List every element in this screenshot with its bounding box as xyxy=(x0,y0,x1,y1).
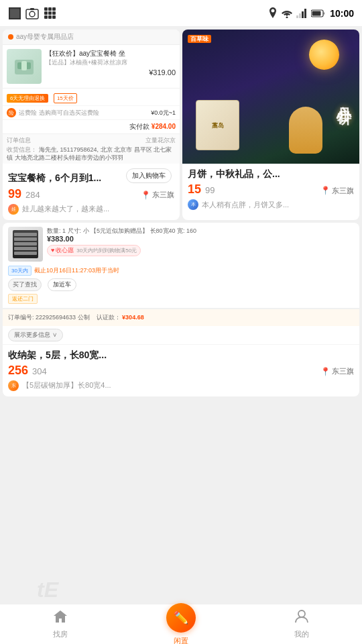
order-price-tag: ¥383.00 xyxy=(47,235,354,243)
brand-overlay: 百草味 xyxy=(188,35,211,44)
storage-card-desc: 【5层碳钢加厚】长80宽4... xyxy=(22,380,111,390)
storage-card: 数量: 1 尺寸: 小 【5元近似加购赠品】 长80宽40 宽: 160 ¥38… xyxy=(3,223,359,396)
storage-order-detail: 数量: 1 尺寸: 小 【5元近似加购赠品】 长80宽40 宽: 160 ¥38… xyxy=(3,223,359,309)
left-listing-title: 宝宝餐椅，6个月到1... xyxy=(8,172,122,184)
storage-avatar-label: 东 xyxy=(11,382,16,389)
svg-rect-6 xyxy=(302,11,304,18)
right-price-row: 15 99 📍 东三旗 xyxy=(188,182,354,197)
svg-point-14 xyxy=(298,610,305,617)
bottom-nav: 找房 ✏️ 闲置 我的 xyxy=(0,604,362,644)
free-delivery-tag: 返还二门 xyxy=(8,294,38,304)
nav-home-label: 找房 xyxy=(53,629,68,639)
tag-btn-1[interactable]: 买了查找 xyxy=(8,278,42,291)
left-card-meta: 娃 娃儿越来越大了，越来越... xyxy=(8,204,174,215)
action-row: 买了查找 加近车 xyxy=(8,278,354,291)
tag-days: 6天无理由退换 xyxy=(7,94,48,103)
nav-idle-label: 闲置 xyxy=(174,636,188,645)
show-more-button[interactable]: 展示更多信息 ∨ xyxy=(8,329,63,341)
svg-point-1 xyxy=(29,11,35,17)
battery-icon xyxy=(311,9,326,17)
right-card-meta: 本 本人稍有点胖，月饼又多... xyxy=(188,199,354,210)
status-bar-right: 10:00 xyxy=(268,7,354,19)
countdown-badge: 30天内 xyxy=(8,266,32,276)
image-card-right: 百草味 心月饼 月饼，中秋礼品，公... 15 99 📍 东三旗 xyxy=(182,30,359,220)
heart-icon: ♥ xyxy=(51,247,54,254)
storage-thumb xyxy=(8,227,43,262)
clock-time: 10:00 xyxy=(330,8,354,19)
order-tag-row: 6天无理由退换 15天价 xyxy=(3,89,180,105)
mooncake-box xyxy=(196,100,239,150)
location-pin-icon: 📍 xyxy=(141,191,151,200)
order-item-info: 【狂欢价】aay宝宝餐椅 坐 【近品】冰柚燕+橡荷冰丝凉席 ¥319.00 xyxy=(46,49,176,84)
left-price-row: 99 284 📍 东三旗 xyxy=(8,187,174,201)
left-avatar-label: 娃 xyxy=(11,206,16,213)
photo-icon[interactable] xyxy=(25,7,39,20)
storage-price-orig: 304 xyxy=(32,366,47,376)
svg-rect-4 xyxy=(296,15,298,18)
right-location-pin-icon: 📍 xyxy=(320,186,330,195)
order-item-desc: 【近品】冰柚燕+橡荷冰丝凉席 xyxy=(46,59,176,67)
storage-price-main: 256 xyxy=(8,364,28,378)
svg-point-3 xyxy=(286,16,288,18)
order-item-price: ¥319.00 xyxy=(46,68,176,76)
add-cart-btn2[interactable]: 加近车 xyxy=(48,278,76,291)
svg-rect-13 xyxy=(21,61,27,70)
order-item-row: 【狂欢价】aay宝宝餐椅 坐 【近品】冰柚燕+橡荷冰丝凉席 ¥319.00 xyxy=(3,45,180,89)
nav-item-idle[interactable]: ✏️ 闲置 xyxy=(121,603,241,645)
nav-item-home[interactable]: 找房 xyxy=(0,609,121,639)
wishlist-text: 收心愿 xyxy=(56,246,74,255)
show-more-row: 展示更多信息 ∨ xyxy=(3,326,359,344)
tag-days2: 15天价 xyxy=(54,93,77,103)
location-icon xyxy=(268,7,278,19)
right-price-main: 15 xyxy=(188,182,201,197)
order-total-row: 实付款 ¥284.00 xyxy=(3,119,180,133)
home-icon xyxy=(52,609,68,627)
order-num-row: 订单编号: 222925694633 公制 认证款： ¥304.68 xyxy=(3,309,359,326)
order-info-label: 订单信息 xyxy=(7,136,31,145)
main-content: aay母婴专属用品店 【狂 xyxy=(0,27,362,604)
countdown-row: 30天内 截止10月16日11:27:03用于当时 xyxy=(8,266,354,276)
signal-icon xyxy=(296,9,307,18)
nav-center-btn[interactable]: ✏️ xyxy=(166,603,196,633)
svg-rect-9 xyxy=(312,11,321,15)
storage-price-row: 256 304 📍 东三旗 xyxy=(8,364,354,378)
right-location: 📍 东三旗 xyxy=(320,186,354,196)
order-shipping-row: 险 运费险 选购商可自选买运费险 ¥0.0元~1 xyxy=(3,105,180,119)
character-figure xyxy=(289,107,322,154)
right-avatar-label: 本 xyxy=(191,201,196,208)
svg-rect-5 xyxy=(299,13,301,18)
storage-location-pin-icon: 📍 xyxy=(320,367,330,376)
order-item-title: 【狂欢价】aay宝宝餐椅 坐 xyxy=(46,49,176,58)
right-listing-info: 月饼，中秋礼品，公... 15 99 📍 东三旗 本 本人稍有点胖，月饼 xyxy=(182,164,359,213)
brand-label: 百草味 xyxy=(188,35,211,43)
grid-icon[interactable] xyxy=(43,7,56,20)
left-avatar: 娃 xyxy=(8,204,19,215)
top-row: aay母婴专属用品店 【狂 xyxy=(0,27,362,221)
wishlist-tag: ♥ 收心愿 30天内约到到购物满50元 xyxy=(47,245,141,256)
nav-item-mine[interactable]: 我的 xyxy=(241,609,362,639)
order-card-header: aay母婴专属用品店 xyxy=(3,30,180,45)
right-price-orig: 99 xyxy=(205,185,215,195)
svg-rect-7 xyxy=(304,9,306,18)
storage-location: 📍 东三旗 xyxy=(320,366,354,376)
svg-rect-2 xyxy=(30,8,34,10)
left-location-text: 东三旗 xyxy=(152,190,174,200)
storage-location-text: 东三旗 xyxy=(332,366,354,376)
wishlist-sub: 30天内约到到购物满50元 xyxy=(76,247,137,254)
storage-order-info: 数量: 1 尺寸: 小 【5元近似加购赠品】 长80宽40 宽: 160 ¥38… xyxy=(47,227,354,262)
right-listing-title: 月饼，中秋礼品，公... xyxy=(188,168,354,180)
user-icon xyxy=(294,609,309,627)
status-bar: 10:00 xyxy=(0,0,362,27)
mooncake-image: 百草味 心月饼 xyxy=(182,30,359,164)
add-cart-button[interactable]: 加入购物车 xyxy=(126,168,172,183)
order-thumb xyxy=(7,49,42,84)
menu-icon[interactable] xyxy=(8,7,21,20)
left-card-desc: 娃儿越来越大了，越来越... xyxy=(22,204,109,214)
countdown-text: 截止10月16日11:27:03用于当时 xyxy=(34,266,119,275)
storage-listing-info: 收纳架，5层，长80宽... 256 304 📍 东三旗 东 【5层碳钢 xyxy=(3,344,359,396)
order-num-text: 订单编号: 222925694633 公制 认证款： ¥304.68 xyxy=(8,313,354,322)
nav-mine-label: 我的 xyxy=(294,629,309,639)
bottom-section: 数量: 1 尺寸: 小 【5元近似加购赠品】 长80宽40 宽: 160 ¥38… xyxy=(0,221,362,399)
chinese-text-right: 心月饼 xyxy=(334,94,354,100)
moon-shape xyxy=(309,40,339,70)
